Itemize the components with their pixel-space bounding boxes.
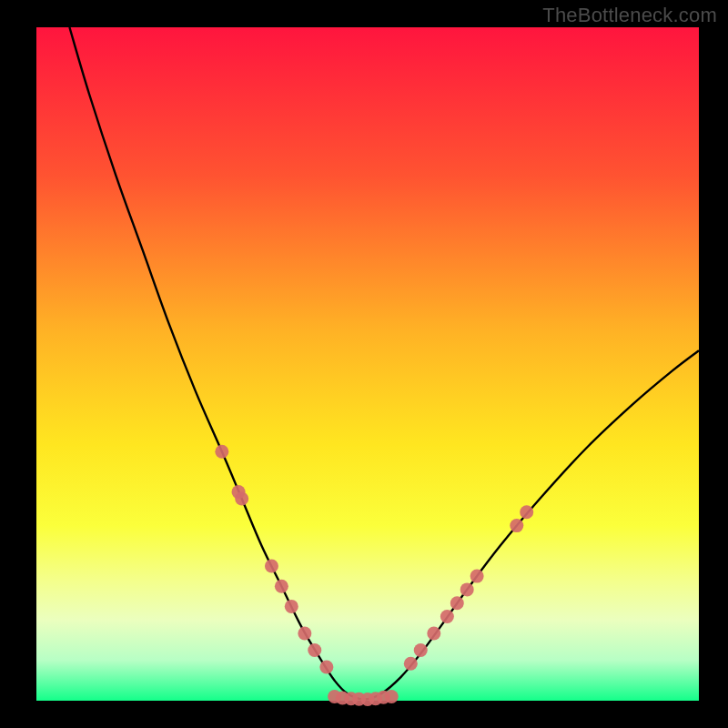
highlight-dot xyxy=(385,690,399,703)
highlight-dot xyxy=(427,627,440,641)
highlight-dot xyxy=(308,643,321,657)
highlight-dot xyxy=(275,580,288,593)
highlight-dot xyxy=(215,445,228,459)
highlight-dot xyxy=(460,582,474,596)
highlight-dot xyxy=(235,492,248,506)
chart-frame: TheBottleneck.com xyxy=(0,0,728,728)
highlight-dot xyxy=(319,661,333,674)
highlight-dot xyxy=(414,643,428,657)
highlight-dot xyxy=(520,505,533,519)
highlight-dot xyxy=(440,610,454,623)
highlight-dot xyxy=(285,600,298,613)
highlight-dot xyxy=(510,519,523,532)
highlight-dot xyxy=(265,560,278,573)
bottleneck-chart xyxy=(0,0,728,728)
highlight-dot xyxy=(404,657,418,671)
highlight-dot xyxy=(470,570,484,583)
highlight-dot xyxy=(450,596,464,610)
highlight-dot xyxy=(298,627,311,641)
plot-background xyxy=(36,27,699,701)
watermark-text: TheBottleneck.com xyxy=(542,4,717,27)
